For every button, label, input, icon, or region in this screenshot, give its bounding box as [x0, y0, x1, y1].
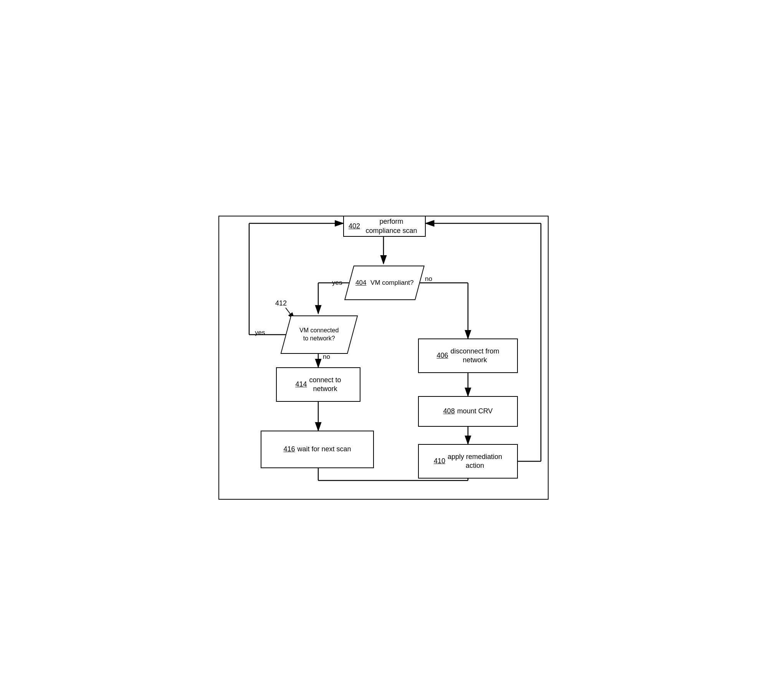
node-404-id: 404: [355, 279, 366, 286]
flowchart-diagram: 402 perform compliance scan 404 VM compl…: [211, 193, 556, 507]
node-402-id: 402: [349, 222, 360, 231]
node-406-label: disconnect fromnetwork: [450, 347, 499, 365]
node-408: 408 mount CRV: [418, 396, 518, 427]
label-no-right: no: [425, 275, 432, 283]
node-416-id: 416: [283, 445, 295, 454]
label-no-vm: no: [323, 353, 330, 361]
node-406-id: 406: [436, 351, 448, 360]
node-416-label: wait for next scan: [297, 445, 351, 454]
node-410: 410 apply remediationaction: [418, 444, 518, 479]
node-412: VM connectedto network?: [284, 314, 355, 356]
node-412-label: VM connectedto network?: [299, 327, 339, 342]
node-416: 416 wait for next scan: [261, 431, 374, 468]
node-408-label: mount CRV: [457, 407, 493, 416]
node-414: 414 connect tonetwork: [276, 367, 360, 402]
node-408-id: 408: [443, 407, 455, 416]
node-406: 406 disconnect fromnetwork: [418, 338, 518, 373]
label-yes-left: yes: [332, 279, 342, 287]
node-410-id: 410: [434, 457, 445, 466]
label-yes-vm: yes: [255, 329, 265, 337]
node-402: 402 perform compliance scan: [343, 216, 426, 237]
node-414-label: connect tonetwork: [309, 376, 341, 394]
node-404-label: VM compliant?: [370, 279, 413, 286]
label-412-ref: 412: [275, 299, 287, 307]
node-410-label: apply remediationaction: [448, 452, 502, 471]
node-404: 404 VM compliant?: [347, 264, 422, 302]
node-402-label: perform compliance scan: [362, 217, 420, 235]
node-414-id: 414: [295, 380, 307, 389]
